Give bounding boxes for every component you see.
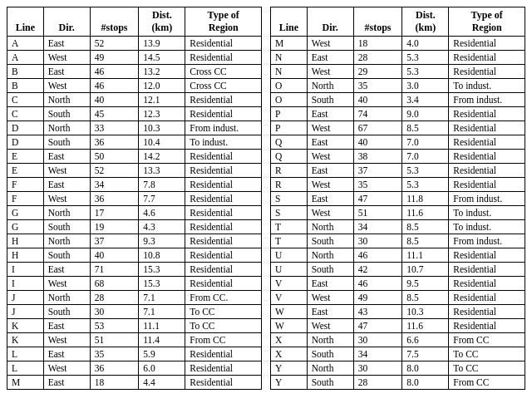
table-cell: North bbox=[43, 234, 90, 248]
table-cell: 46 bbox=[90, 65, 139, 79]
table-cell: 14.2 bbox=[139, 150, 185, 164]
table-cell: D bbox=[7, 135, 44, 150]
table-cell: Residential bbox=[449, 305, 525, 319]
table-cell: 47 bbox=[353, 192, 402, 206]
table-cell: 28 bbox=[90, 291, 139, 305]
table-row: AWest4914.5Residential bbox=[7, 51, 262, 65]
table-cell: A bbox=[7, 37, 44, 51]
table-cell: 46 bbox=[353, 248, 402, 263]
table-cell: East bbox=[307, 305, 353, 319]
table-cell: L bbox=[7, 361, 44, 376]
table-cell: 4.3 bbox=[139, 220, 185, 234]
table-row: IEast7115.3Residential bbox=[7, 263, 262, 277]
table-row: UNorth4611.1Residential bbox=[271, 248, 525, 263]
table-row: GNorth174.6Residential bbox=[7, 206, 262, 220]
left-header-dir: Dir. bbox=[43, 7, 90, 37]
table-cell: 8.0 bbox=[402, 361, 449, 376]
table-cell: 30 bbox=[90, 305, 139, 319]
table-row: CSouth4512.3Residential bbox=[7, 107, 262, 121]
table-row: PEast749.0Residential bbox=[271, 107, 525, 121]
table-cell: 11.8 bbox=[402, 192, 449, 206]
table-cell: 8.0 bbox=[402, 376, 449, 390]
table-cell: 49 bbox=[353, 291, 402, 305]
table-cell: 11.6 bbox=[402, 319, 449, 333]
table-cell: Cross CC bbox=[185, 79, 262, 93]
table-cell: 10.8 bbox=[139, 248, 185, 263]
table-cell: N bbox=[271, 65, 308, 79]
table-cell: 29 bbox=[353, 65, 402, 79]
table-cell: From indust. bbox=[449, 192, 525, 206]
table-cell: 9.5 bbox=[402, 277, 449, 291]
table-cell: 18 bbox=[353, 37, 402, 51]
table-row: TSouth308.5From indust. bbox=[271, 234, 525, 248]
table-cell: To CC bbox=[185, 305, 262, 319]
table-row: VWest498.5Residential bbox=[271, 291, 525, 305]
table-row: BEast4613.2Cross CC bbox=[7, 65, 262, 79]
table-cell: Residential bbox=[185, 164, 262, 178]
table-cell: Residential bbox=[185, 206, 262, 220]
table-cell: West bbox=[307, 178, 353, 192]
table-cell: North bbox=[307, 248, 353, 263]
table-cell: 11.4 bbox=[139, 333, 185, 347]
table-cell: Residential bbox=[449, 121, 525, 135]
table-row: SWest5111.6To indust. bbox=[271, 206, 525, 220]
table-cell: 7.0 bbox=[402, 150, 449, 164]
table-cell: G bbox=[7, 206, 44, 220]
table-cell: 5.3 bbox=[402, 178, 449, 192]
table-cell: Residential bbox=[185, 361, 262, 376]
table-cell: To indust. bbox=[449, 79, 525, 93]
table-cell: 15.3 bbox=[139, 263, 185, 277]
table-cell: C bbox=[7, 93, 44, 107]
table-cell: 28 bbox=[353, 376, 402, 390]
table-cell: North bbox=[307, 333, 353, 347]
main-layout: Line Dir. #stops Dist.(km) Type ofRegion… bbox=[7, 7, 525, 390]
table-cell: 7.7 bbox=[139, 192, 185, 206]
table-cell: Residential bbox=[185, 277, 262, 291]
table-cell: 10.3 bbox=[402, 305, 449, 319]
table-cell: 28 bbox=[353, 51, 402, 65]
table-cell: Cross CC bbox=[185, 65, 262, 79]
table-cell: West bbox=[43, 51, 90, 65]
table-cell: From indust. bbox=[185, 121, 262, 135]
table-cell: 30 bbox=[353, 234, 402, 248]
table-cell: J bbox=[7, 305, 44, 319]
table-cell: W bbox=[271, 305, 308, 319]
table-cell: South bbox=[43, 107, 90, 121]
table-cell: To indust. bbox=[449, 220, 525, 234]
left-header-line: Line bbox=[7, 7, 44, 37]
table-cell: G bbox=[7, 220, 44, 234]
table-cell: South bbox=[307, 234, 353, 248]
table-cell: 34 bbox=[90, 178, 139, 192]
table-cell: A bbox=[7, 51, 44, 65]
table-cell: Residential bbox=[185, 192, 262, 206]
table-cell: I bbox=[7, 277, 44, 291]
table-cell: 12.0 bbox=[139, 79, 185, 93]
table-row: NWest295.3Residential bbox=[271, 65, 525, 79]
table-row: QEast407.0Residential bbox=[271, 135, 525, 150]
table-cell: North bbox=[307, 361, 353, 376]
table-row: RWest355.3Residential bbox=[271, 178, 525, 192]
table-cell: 30 bbox=[353, 333, 402, 347]
table-row: DSouth3610.4To indust. bbox=[7, 135, 262, 150]
table-cell: Residential bbox=[449, 178, 525, 192]
table-cell: N bbox=[271, 51, 308, 65]
table-cell: P bbox=[271, 121, 308, 135]
right-header-region: Type ofRegion bbox=[449, 7, 525, 37]
table-cell: From CC bbox=[449, 376, 525, 390]
table-cell: South bbox=[43, 135, 90, 150]
table-cell: 7.5 bbox=[402, 347, 449, 361]
table-cell: 35 bbox=[353, 79, 402, 93]
table-row: CNorth4012.1Residential bbox=[7, 93, 262, 107]
table-cell: 53 bbox=[90, 319, 139, 333]
table-cell: Residential bbox=[449, 277, 525, 291]
table-cell: West bbox=[307, 319, 353, 333]
table-row: REast375.3Residential bbox=[271, 164, 525, 178]
table-cell: 67 bbox=[353, 121, 402, 135]
table-cell: To indust. bbox=[185, 135, 262, 150]
table-cell: South bbox=[43, 248, 90, 263]
table-cell: Y bbox=[271, 361, 308, 376]
table-cell: 3.4 bbox=[402, 93, 449, 107]
right-header-dir: Dir. bbox=[307, 7, 353, 37]
table-row: JSouth307.1To CC bbox=[7, 305, 262, 319]
table-cell: Residential bbox=[449, 291, 525, 305]
